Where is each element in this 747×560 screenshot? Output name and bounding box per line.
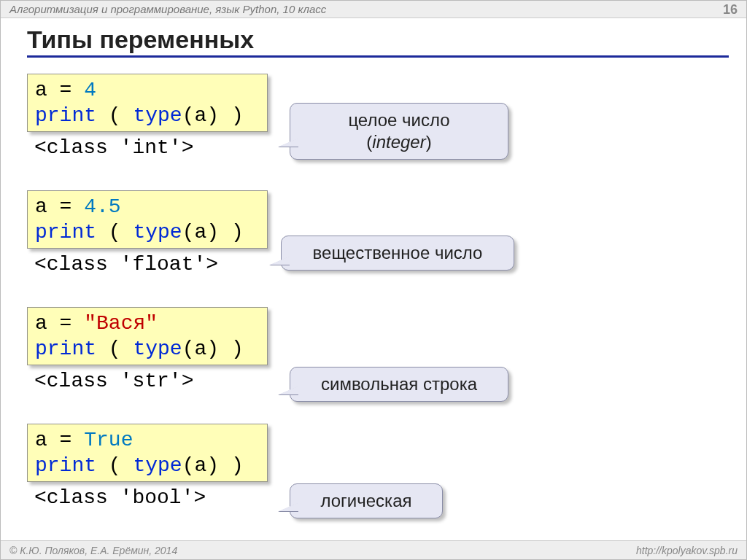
- bubble-line: символьная строка: [303, 373, 495, 395]
- footer-url: http://kpolyakov.spb.ru: [636, 541, 738, 560]
- annotation-bubble: вещественное число: [281, 236, 514, 271]
- code-box: a = 4.5print ( type(a) ): [27, 190, 268, 249]
- output-text: <class 'bool'>: [34, 486, 206, 509]
- code-line-print: print ( type(a) ): [35, 103, 260, 128]
- annotation-bubble: целое число(integer): [290, 103, 508, 160]
- bubble-tail-icon: [279, 502, 299, 511]
- bubble-line: целое число: [303, 109, 495, 131]
- code-line-assign: a = True: [35, 427, 260, 453]
- bubble-tail-icon: [270, 256, 290, 265]
- code-line-print: print ( type(a) ): [35, 336, 260, 362]
- code-line-print: print ( type(a) ): [35, 219, 260, 245]
- bubble-tail-icon: [279, 386, 299, 394]
- output-text: <class 'float'>: [34, 253, 218, 276]
- output-text: <class 'int'>: [34, 136, 193, 159]
- page-title: Типы переменных: [27, 26, 729, 58]
- bubble-line: логическая: [303, 490, 429, 512]
- annotation-bubble: логическая: [290, 483, 443, 518]
- copyright: © К.Ю. Поляков, Е.А. Ерёмин, 2014: [9, 545, 177, 556]
- code-box: a = Trueprint ( type(a) ): [27, 424, 268, 482]
- page-number: 16: [723, 1, 738, 18]
- code-box: a = "Вася"print ( type(a) ): [27, 307, 268, 365]
- annotation-bubble: символьная строка: [290, 367, 508, 402]
- code-line-assign: a = "Вася": [35, 311, 260, 336]
- code-line-assign: a = 4: [35, 77, 260, 103]
- subject-label: Алгоритмизация и программирование, язык …: [9, 3, 326, 15]
- slide-footer: © К.Ю. Поляков, Е.А. Ерёмин, 2014 http:/…: [1, 540, 746, 559]
- content-area: a = 4print ( type(a) )<class 'int'>целое…: [27, 66, 729, 537]
- bubble-tail-icon: [279, 138, 299, 147]
- bubble-line: вещественное число: [295, 242, 500, 264]
- slide-header: Алгоритмизация и программирование, язык …: [1, 1, 746, 18]
- code-line-assign: a = 4.5: [35, 194, 260, 219]
- bubble-line: (integer): [303, 131, 495, 153]
- output-text: <class 'str'>: [34, 370, 193, 392]
- code-box: a = 4print ( type(a) ): [27, 74, 268, 132]
- code-line-print: print ( type(a) ): [35, 453, 260, 478]
